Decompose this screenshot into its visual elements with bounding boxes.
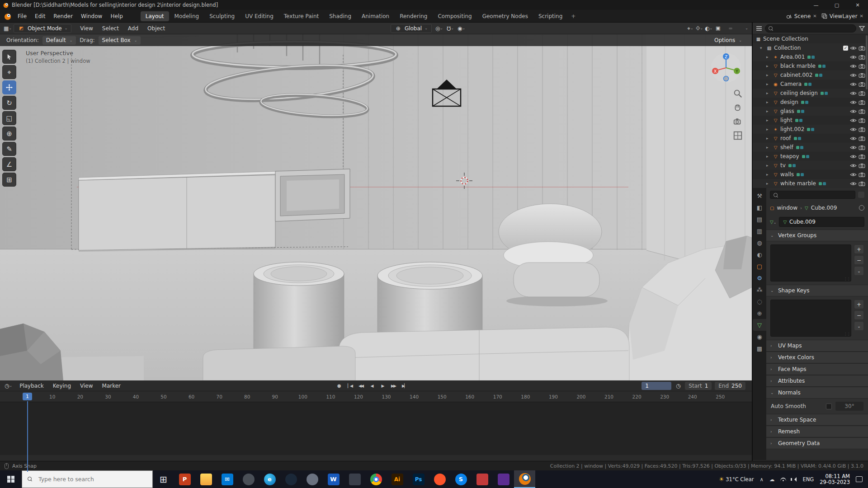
eye-icon[interactable] [850,172,857,177]
nav-gizmo[interactable]: Z X Y [710,51,742,82]
weather-widget[interactable]: ☀ 31°C Clear [719,476,754,483]
outliner-item[interactable]: ▽ roof [753,134,868,143]
overlays-icon[interactable]: ◐⌄ [705,25,712,32]
taskbar-app[interactable]: ✉ [217,470,238,488]
taskbar-app[interactable] [238,470,259,488]
data-name-field[interactable]: ▽ Cube.009 [779,217,864,227]
remove-vertex-group-button[interactable] [854,255,864,265]
panel-geometry-data[interactable]: Geometry Data [766,437,868,449]
outliner-item[interactable]: ▽ design [753,98,868,107]
auto-smooth-angle-field[interactable]: 30° [835,402,863,411]
notification-icon[interactable] [856,476,863,482]
outliner-item[interactable]: ▽ glass [753,107,868,116]
eye-icon[interactable] [850,154,857,159]
expand-arrow-icon[interactable] [766,109,771,113]
outliner-collection[interactable]: ▧ Collection [753,43,868,52]
add-workspace-button[interactable]: + [568,11,579,21]
eye-icon[interactable] [850,118,857,123]
taskbar-search[interactable] [22,470,153,488]
vertex-group-specials-button[interactable] [854,266,864,276]
collection-checkbox[interactable] [843,46,848,51]
workspace-tab[interactable]: Modeling [170,11,204,21]
start-frame-field[interactable]: Start1 [685,382,712,390]
volume-icon[interactable] [792,477,797,482]
xray-icon[interactable]: ▣ [714,25,722,31]
playback-button[interactable]: ▶ [378,382,387,390]
scene-selector[interactable]: Scene✕ [786,13,817,19]
auto-key-record-button[interactable]: ● [335,382,344,390]
outliner-item[interactable]: ▽ white marble [753,179,868,188]
shape-keys-list[interactable] [770,300,851,337]
viewlayer-unlink-icon[interactable]: ✕ [860,14,863,19]
snap-magnet-icon[interactable]: Ω⌄ [447,25,454,32]
camera-icon[interactable] [859,73,865,78]
playback-button[interactable]: ◀◀ [356,382,365,390]
workspace-tab[interactable]: Shading [324,11,356,21]
filter-icon[interactable] [859,26,865,31]
workspace-tab[interactable]: Sculpting [204,11,240,21]
mesh-data-icon[interactable]: ▽⌄ [770,220,776,225]
eye-icon[interactable] [850,73,857,78]
clock[interactable]: 08:11 AM 29-03-2023 [820,474,850,485]
taskbar-app[interactable] [493,470,514,488]
expand-arrow-icon[interactable] [766,100,771,104]
eye-icon[interactable] [850,127,857,132]
viewport-menu-item[interactable]: View [76,24,97,33]
playhead-marker[interactable]: 1 [23,393,32,400]
eye-icon[interactable] [850,55,857,60]
workspace-tab[interactable]: Rendering [395,11,432,21]
camera-icon[interactable] [859,55,865,60]
tool-transform[interactable]: ⊕ [2,127,16,141]
eye-icon[interactable] [850,46,857,51]
properties-tab[interactable]: ▢ [753,260,766,272]
eye-icon[interactable] [850,181,857,186]
add-shape-key-button[interactable] [854,300,864,309]
onedrive-icon[interactable] [769,476,775,483]
timeline-menu-item[interactable]: Playback [19,382,45,390]
options-dropdown[interactable]: Options⌄ [711,36,745,45]
workspace-tab[interactable]: Compositing [433,11,476,21]
playback-button[interactable]: ◀ [367,382,376,390]
properties-search-input[interactable] [770,191,855,199]
eye-icon[interactable] [850,100,857,105]
outliner-item[interactable]: ◉ Camera [753,80,868,89]
properties-tab[interactable]: ◉ [753,331,766,343]
maximize-button[interactable]: ▢ [826,0,847,10]
menu-item[interactable]: Help [106,12,127,21]
zoom-icon[interactable] [733,89,743,99]
taskbar-app[interactable] [302,470,323,488]
menu-item[interactable]: File [14,12,31,21]
timeline-menu-item[interactable]: View [79,382,94,390]
camera-icon[interactable] [859,154,865,159]
search-input[interactable] [22,471,152,488]
taskbar-app[interactable]: S [450,470,472,488]
camera-icon[interactable] [859,64,865,69]
proportional-edit-icon[interactable]: ◉⌄ [458,25,465,32]
expand-arrow-icon[interactable] [766,181,771,186]
viewport-menu-item[interactable]: Object [143,24,169,33]
outliner-item[interactable]: ▽ cabinet.002 [753,70,868,80]
outliner-search-input[interactable] [765,24,856,33]
timeline-track-area[interactable] [0,402,752,461]
camera-icon[interactable] [859,91,865,96]
panel-uv-maps[interactable]: UV Maps [766,340,868,352]
eye-icon[interactable] [850,91,857,96]
playback-button[interactable]: ▶▶ [389,382,398,390]
playhead-line[interactable] [27,401,28,472]
menu-item[interactable]: Render [49,12,77,21]
pivot-point-icon[interactable]: ◎⌄ [435,25,443,32]
tool-annotate[interactable]: ✎ [2,142,16,156]
panel-face-maps[interactable]: Face Maps [766,363,868,375]
tray-up-icon[interactable] [760,476,763,483]
editor-viewport-icon[interactable]: ▦⌄ [4,25,12,32]
taskbar-app[interactable] [472,470,493,488]
properties-tab[interactable]: ◐ [753,249,766,260]
expand-arrow-icon[interactable] [766,136,771,141]
vertex-groups-list[interactable] [770,244,851,282]
properties-tab[interactable]: ⁂ [753,284,766,296]
editor-timeline-icon[interactable]: ◷⌄ [5,383,12,389]
tool-scale[interactable]: ◱ [2,111,16,125]
shading-wireframe-icon[interactable] [723,28,727,29]
camera-icon[interactable] [859,136,865,141]
workspace-tab[interactable]: Animation [357,11,394,21]
